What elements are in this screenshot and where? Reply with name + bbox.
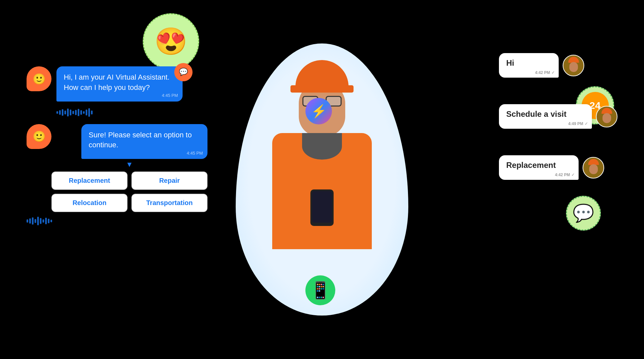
right-chat-section: Hi 4:42 PM ✓ 24 Schedule a visit 4:49 PM… [499,53,617,180]
messenger-symbol: ⚡ [311,104,327,118]
replacement-bubble: Replacement 4:42 PM ✓ [499,155,579,180]
chat-icon-circle: 💬 [566,196,601,231]
option-transportation[interactable]: Transportation [131,194,207,212]
hi-timestamp: 4:42 PM ✓ [535,70,555,75]
msg-symbol: 💬 [179,67,188,77]
replacement-bubble-row: Replacement 4:42 PM ✓ [499,155,617,180]
chat-bubble-1: Hi, I am your AI Virtual Assistant. How … [56,66,183,102]
user-avatar-schedule [596,106,617,127]
chat-text-2: Sure! Please select an option to continu… [89,131,192,149]
bot-avatar-2: 🙂 [27,124,51,149]
bot-avatar-1: 🙂 [27,66,51,91]
emoji-icon: 😍 [154,26,188,57]
voice-wave-2 [27,216,207,226]
user-avatar-replacement [583,157,604,179]
timestamp-1: 4:45 PM [162,93,178,99]
hi-text: Hi [506,58,514,67]
center-figure [236,43,408,316]
chat-circle-icon: 💬 [573,203,594,223]
schedule-timestamp: 4:49 PM ✓ [568,121,588,126]
message-icon: 💬 [174,63,193,81]
messenger-icon[interactable]: ⚡ [305,98,332,124]
hard-hat [295,60,349,90]
schedule-text: Schedule a visit [506,109,566,118]
emoji-circle: 😍 [143,13,199,70]
option-buttons[interactable]: Replacement Repair Relocation Transporta… [51,172,207,212]
schedule-bubble-row: Schedule a visit 4:49 PM ✓ [499,104,617,129]
shirt-collar [302,133,342,160]
replacement-text: Replacement [506,161,556,170]
left-chat-section: 🙂 Hi, I am your AI Virtual Assistant. Ho… [27,66,207,226]
bot-emoji-1: 🙂 [33,73,46,85]
whatsapp-icon[interactable]: 📱 [305,275,335,305]
timestamp-2: 4:45 PM [187,150,203,156]
chat-bubble-2: Sure! Please select an option to continu… [81,124,207,159]
phone-screen [312,191,332,223]
bot-emoji-2: 🙂 [33,130,46,143]
down-arrow: ▼ [51,160,207,169]
whatsapp-symbol: 📱 [310,281,331,300]
chat-text-1: Hi, I am your AI Virtual Assistant. How … [64,73,170,92]
worker-image [236,43,408,316]
option-relocation[interactable]: Relocation [51,194,127,212]
hi-bubble-row: Hi 4:42 PM ✓ [499,53,617,78]
replacement-timestamp: 4:42 PM ✓ [555,173,575,177]
checkmark-1: ✓ [551,70,555,75]
worker-phone [310,189,334,226]
user-avatar-hi [563,55,584,76]
hi-bubble: Hi 4:42 PM ✓ [499,53,559,78]
voice-wave-1 [56,108,207,117]
checkmark-2: ✓ [585,121,588,126]
checkmark-3: ✓ [571,173,575,177]
option-repair[interactable]: Repair [131,172,207,190]
schedule-bubble: Schedule a visit 4:49 PM ✓ [499,104,592,129]
option-replacement[interactable]: Replacement [51,172,127,190]
